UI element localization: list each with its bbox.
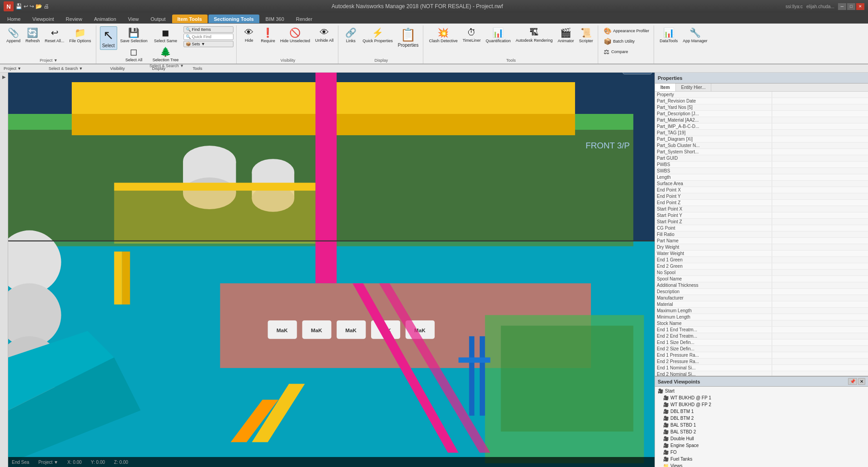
undo-icon[interactable]: ↩	[24, 3, 28, 10]
table-row[interactable]: Minimum Length	[655, 314, 868, 320]
redo-icon[interactable]: ↪	[30, 3, 34, 10]
tab-view[interactable]: View	[123, 15, 144, 23]
table-row[interactable]: SWBS	[655, 168, 868, 174]
file-options-button[interactable]: 📁 File Options	[68, 26, 93, 44]
save-icon[interactable]: 💾	[15, 3, 22, 10]
compare-button[interactable]: ⚖ Compare	[602, 47, 630, 57]
table-row[interactable]: CG Point	[655, 225, 868, 231]
list-item[interactable]: 🎥BAL STBD 1	[661, 422, 867, 428]
table-row[interactable]: Part_Yard Nos [5]	[655, 104, 868, 111]
table-row[interactable]: Material	[655, 301, 868, 308]
list-item[interactable]: 🎥FO	[661, 449, 867, 456]
require-button[interactable]: ❗ Require	[259, 26, 277, 44]
table-row[interactable]: Maximum Length	[655, 308, 868, 314]
tl-visibility[interactable]: Visibility	[110, 66, 124, 71]
sidebar-toggle-btn[interactable]: ▶	[1, 74, 6, 79]
list-item[interactable]: 🎥Engine Space	[661, 442, 867, 449]
table-row[interactable]: Property	[655, 92, 868, 98]
reset-all-button[interactable]: ↩ Reset All...	[43, 26, 66, 44]
table-row[interactable]: End 1 Nominal Si...	[655, 365, 868, 371]
list-item[interactable]: 🎥DBL BTM 1	[661, 408, 867, 415]
table-row[interactable]: Surface Area	[655, 181, 868, 187]
table-row[interactable]: Part_Sub Cluster N...	[655, 143, 868, 149]
tab-viewpoint[interactable]: Viewpoint	[27, 15, 60, 23]
list-item[interactable]: 🎥WT BUKHD @ FP 2	[661, 401, 867, 408]
quick-find-input[interactable]	[192, 34, 228, 39]
tab-review[interactable]: Review	[60, 15, 88, 23]
table-row[interactable]: Part_Diagram [Xi]	[655, 136, 868, 143]
table-row[interactable]: End 1 Green	[655, 257, 868, 263]
table-row[interactable]: End Point Y	[655, 193, 868, 200]
vp-close-button[interactable]: ✕	[858, 378, 865, 385]
autodesk-rendering-button[interactable]: 🏗 Autodesk Rendering	[514, 26, 555, 44]
batch-utility-button[interactable]: 📦 Batch Utility	[602, 37, 637, 46]
table-row[interactable]: End 2 Pressure Ra...	[655, 359, 868, 365]
list-item[interactable]: 🎥Double Hull	[661, 435, 867, 442]
scripter-button[interactable]: 📜 Scripter	[577, 26, 595, 44]
list-item[interactable]: 📁Views	[661, 462, 867, 467]
table-row[interactable]: Spool Name	[655, 276, 868, 282]
hide-unselected-button[interactable]: 🚫 Hide Unselected	[278, 26, 312, 44]
select-same-button[interactable]: ◼ Select Same	[151, 26, 181, 44]
app-manager-button[interactable]: 🔧 App Manager	[681, 26, 709, 44]
table-row[interactable]: Description	[655, 289, 868, 295]
list-item[interactable]: 🎥WT BUKHD @ FP 1	[661, 394, 867, 401]
table-row[interactable]: No Spool	[655, 270, 868, 276]
table-row[interactable]: End 2 Nominal Si...	[655, 371, 868, 376]
appearance-profiler-button[interactable]: 🎨 Appearance Profiler	[602, 26, 651, 36]
tab-sectioning-tools[interactable]: Sectioning Tools	[208, 15, 259, 23]
table-row[interactable]: Part_Description [J...	[655, 111, 868, 117]
table-row[interactable]: Stock Name	[655, 320, 868, 327]
properties-button[interactable]: 📋 Properties	[396, 26, 421, 49]
3d-viewport[interactable]: MaK MaK MaK MaK MaK	[8, 73, 655, 467]
animator-button[interactable]: 🎬 Animator	[556, 26, 576, 44]
table-row[interactable]: End Point Z	[655, 200, 868, 206]
links-button[interactable]: 🔗 Links	[342, 26, 359, 44]
table-row[interactable]: End 2 Size Defin...	[655, 346, 868, 352]
table-row[interactable]: End 2 Green	[655, 263, 868, 270]
tl-tools[interactable]: Tools	[193, 66, 202, 71]
table-row[interactable]: End Point X	[655, 187, 868, 193]
timeliner-button[interactable]: ⏱ TimeLiner	[461, 26, 482, 44]
table-row[interactable]: Start Point Z	[655, 219, 868, 225]
table-row[interactable]: Part GUID	[655, 155, 868, 162]
tab-item-tools[interactable]: Item Tools	[172, 15, 208, 23]
list-item[interactable]: 🎥Fuel Tanks	[661, 456, 867, 462]
save-selection-button[interactable]: 💾 Save Selection	[119, 26, 149, 44]
table-row[interactable]: Part_TAG [19]	[655, 130, 868, 136]
table-row[interactable]: End 1 Size Defin...	[655, 339, 868, 346]
vp-pin-button[interactable]: 📌	[848, 378, 857, 385]
table-row[interactable]: Start Point X	[655, 206, 868, 212]
table-row[interactable]: Part Name	[655, 238, 868, 244]
tab-item[interactable]: Item	[655, 84, 676, 91]
maximize-button[interactable]: □	[847, 3, 855, 10]
print-icon[interactable]: 🖨	[44, 3, 49, 10]
datatools-button[interactable]: 📊 DataTools	[658, 26, 680, 44]
list-item[interactable]: 🎥Start	[656, 388, 867, 394]
quick-properties-button[interactable]: ⚡ Quick Properties	[361, 26, 395, 44]
table-row[interactable]: Start Point Y	[655, 212, 868, 219]
table-row[interactable]: End 1 End Treatm...	[655, 327, 868, 333]
table-row[interactable]: Dry Weight	[655, 244, 868, 251]
table-row[interactable]: Water Weight	[655, 251, 868, 257]
table-row[interactable]: Part_System Short...	[655, 149, 868, 155]
list-item[interactable]: 🎥DBL BTM 2	[661, 415, 867, 422]
selection-tree-button[interactable]: 🌲 Selection Tree	[151, 45, 181, 64]
minimize-button[interactable]: ─	[838, 3, 846, 10]
tab-bim360[interactable]: BIM 360	[260, 15, 290, 23]
table-row[interactable]: Fill Ratio	[655, 231, 868, 238]
open-icon[interactable]: 📂	[35, 3, 42, 10]
quick-access-toolbar[interactable]: 💾 ↩ ↪ 📂 🖨	[15, 3, 49, 10]
hide-button[interactable]: 👁 Hide	[240, 26, 258, 44]
list-item[interactable]: 🎥BAL STBD 2	[661, 428, 867, 435]
refresh-button[interactable]: 🔄 Refresh	[24, 26, 42, 44]
table-row[interactable]: Part_Material [AA2...	[655, 117, 868, 123]
tl-display[interactable]: Display	[152, 66, 166, 71]
table-row[interactable]: Part_Revision Date	[655, 98, 868, 104]
tl-select-search[interactable]: Select & Search ▼	[49, 66, 83, 71]
select-button[interactable]: ↖ Select	[100, 26, 117, 50]
quantification-button[interactable]: 📊 Quantification	[484, 26, 512, 44]
unhide-all-button[interactable]: 👁 Unhide All	[313, 26, 336, 44]
tl-project[interactable]: Project ▼	[4, 66, 21, 71]
tab-output[interactable]: Output	[145, 15, 171, 23]
